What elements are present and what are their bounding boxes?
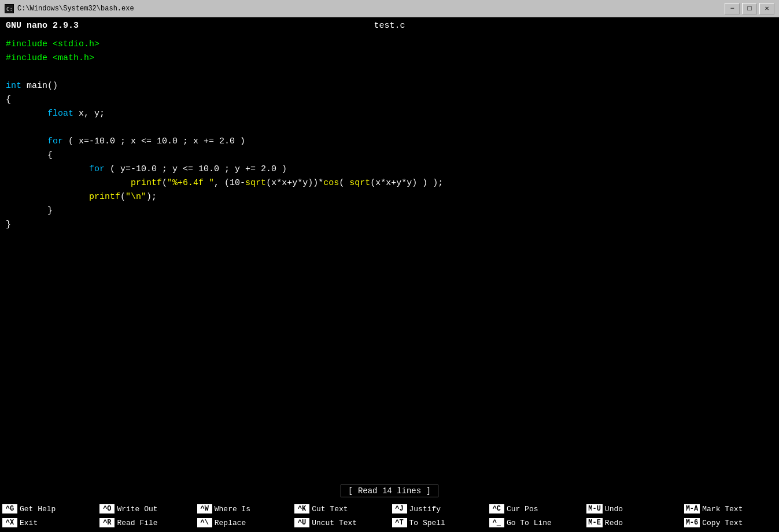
code-line-5: {	[6, 93, 773, 106]
status-message: [ Read 14 lines ]	[341, 485, 438, 497]
code-text	[6, 109, 47, 119]
code-text: );	[146, 192, 157, 202]
code-text: {	[6, 150, 53, 160]
code-line-1: #include <stdio.h>	[6, 37, 773, 51]
shortcut-label: To Spell	[409, 519, 445, 527]
shortcut-item[interactable]: ^JJustify	[392, 503, 485, 515]
shortcut-item[interactable]: ^OWrite Out	[99, 503, 192, 515]
code-text: , (10-	[214, 178, 245, 188]
code-line-10: for ( y=-10.0 ; y <= 10.0 ; y += 2.0 )	[6, 162, 773, 176]
code-text	[6, 192, 89, 202]
nano-version: GNU nano 2.9.3	[6, 21, 79, 31]
shortcut-key: ^J	[392, 504, 407, 513]
shortcut-key: ^G	[2, 504, 17, 513]
shortcut-label: Cut Text	[312, 505, 348, 513]
shortcut-key: ^U	[294, 518, 309, 527]
maximize-button[interactable]: □	[742, 3, 757, 14]
shortcut-item[interactable]: ^RRead File	[99, 517, 192, 529]
shortcut-item[interactable]: ^KCut Text	[294, 503, 387, 515]
shortcut-key: ^W	[197, 504, 212, 513]
code-text: main()	[27, 81, 58, 91]
shortcut-label: Undo	[605, 505, 623, 513]
shortcut-label: Redo	[605, 519, 623, 527]
titlebar-controls: − □ ✕	[725, 3, 774, 14]
shortcut-col-1: ^GGet Help^XExit	[0, 503, 97, 529]
shortcut-key: ^X	[2, 518, 17, 527]
code-text: float	[47, 109, 79, 119]
code-line-11: printf("%+6.4f ", (10-sqrt(x*x+y*y))*cos…	[6, 176, 773, 190]
code-text: }	[6, 206, 53, 216]
shortcut-key: ^O	[99, 504, 115, 513]
shortcut-item[interactable]: ^CCur Pos	[489, 503, 582, 515]
shortcut-item[interactable]: M-AMark Text	[684, 503, 777, 515]
code-text	[6, 178, 131, 188]
shortcut-label: Read File	[117, 519, 157, 527]
code-text: x, y;	[79, 109, 105, 119]
shortcut-key: M-A	[684, 504, 700, 513]
shortcut-item[interactable]: ^WWhere Is	[197, 503, 290, 515]
code-text: sqrt	[349, 178, 370, 188]
shortcut-col-2: ^OWrite Out^RRead File	[97, 503, 194, 529]
shortcut-key: ^_	[489, 518, 504, 527]
shortcut-col-5: ^JJustify^TTo Spell	[390, 503, 487, 529]
code-text: (	[162, 178, 167, 188]
minimize-button[interactable]: −	[725, 3, 740, 14]
titlebar-title: C:\Windows\System32\bash.exe	[17, 5, 134, 13]
code-text: ( x=-10.0 ; x <= 10.0 ; x += 2.0 )	[68, 136, 245, 146]
editor-area[interactable]: #include <stdio.h> #include <math.h> int…	[0, 34, 779, 482]
shortcut-item[interactable]: M-UUndo	[586, 503, 679, 515]
shortcut-key: ^C	[489, 504, 504, 513]
titlebar-left: C: C:\Windows\System32\bash.exe	[5, 4, 134, 13]
code-text: printf	[89, 192, 120, 202]
code-text: sqrt	[245, 178, 266, 188]
code-text: ( y=-10.0 ; y <= 10.0 ; y += 2.0 )	[110, 164, 287, 174]
code-text: }	[6, 220, 11, 230]
code-line-7	[6, 120, 773, 134]
code-text	[6, 136, 47, 146]
code-line-13: }	[6, 204, 773, 217]
shortcut-label: Uncut Text	[312, 519, 357, 527]
close-button[interactable]: ✕	[759, 3, 774, 14]
shortcut-item[interactable]: ^GGet Help	[2, 503, 95, 515]
shortcut-item[interactable]: ^\Replace	[197, 517, 290, 529]
shortcut-label: Mark Text	[702, 505, 743, 513]
shortcut-key: ^T	[392, 518, 407, 527]
shortcut-item[interactable]: M-6Copy Text	[684, 517, 777, 529]
shortcut-label: Where Is	[215, 505, 250, 513]
code-line-2: #include <math.h>	[6, 51, 773, 65]
shortcut-label: Write Out	[117, 505, 157, 513]
code-text: printf	[131, 178, 162, 188]
shortcut-item[interactable]: M-ERedo	[586, 517, 679, 529]
code-text: (x*x+y*y))*	[266, 178, 323, 188]
svg-text:C:: C:	[6, 6, 13, 12]
shortcut-label: Justify	[409, 505, 441, 513]
code-line-3	[6, 65, 773, 79]
code-text: cos	[323, 178, 339, 188]
shortcut-col-8: M-AMark TextM-6Copy Text	[682, 503, 779, 529]
shortcut-key: ^\	[197, 518, 212, 527]
shortcut-key: ^R	[99, 518, 115, 527]
shortcut-col-7: M-UUndoM-ERedo	[584, 503, 681, 529]
app-icon: C:	[5, 4, 14, 13]
shortcut-col-4: ^KCut Text^UUncut Text	[292, 503, 389, 529]
code-line-12: printf("\n");	[6, 190, 773, 204]
shortcut-item[interactable]: ^TTo Spell	[392, 517, 485, 529]
status-bar: [ Read 14 lines ]	[0, 482, 779, 500]
code-text: (	[120, 192, 125, 202]
code-text: #include <stdio.h>	[6, 39, 99, 49]
shortcut-key: ^K	[294, 504, 309, 513]
code-text: for	[89, 164, 110, 174]
code-line-9: {	[6, 148, 773, 162]
code-text: for	[47, 136, 68, 146]
shortcut-item[interactable]: ^XExit	[2, 517, 95, 529]
code-text: #include <math.h>	[6, 53, 94, 63]
code-line-4: int main()	[6, 79, 773, 93]
shortcut-col-6: ^CCur Pos^_Go To Line	[487, 503, 584, 529]
shortcut-label: Go To Line	[507, 519, 552, 527]
code-text: "\n"	[125, 192, 146, 202]
shortcut-label: Cur Pos	[507, 505, 538, 513]
shortcut-item[interactable]: ^_Go To Line	[489, 517, 582, 529]
shortcut-key: M-U	[586, 504, 603, 513]
shortcut-item[interactable]: ^UUncut Text	[294, 517, 387, 529]
code-text: (x*x+y*y) ) );	[370, 178, 443, 188]
